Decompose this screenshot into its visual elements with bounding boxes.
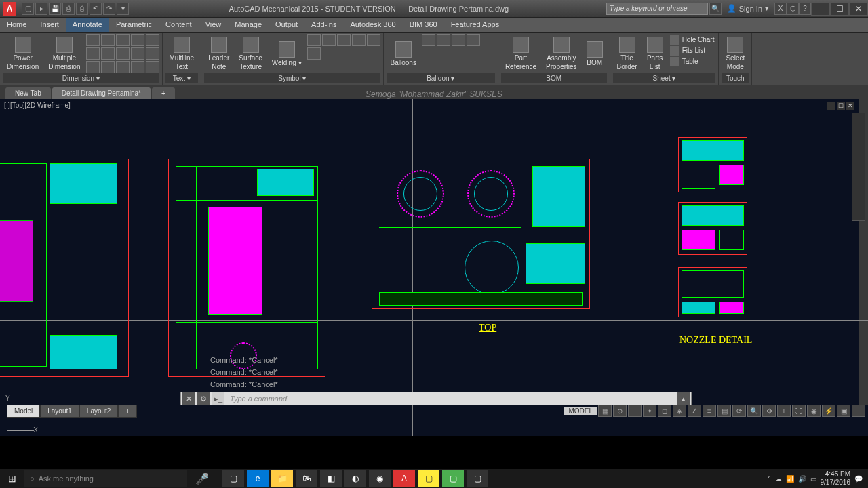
vp-min-icon[interactable]: —: [827, 102, 835, 110]
qat-undo-icon[interactable]: ↶: [90, 3, 102, 15]
panel-title[interactable]: Text ▾: [165, 73, 199, 83]
layout-tab-layout1[interactable]: Layout1: [40, 405, 79, 418]
ribbon-bom[interactable]: BOM: [583, 34, 607, 73]
ribbon-small-btn[interactable]: [101, 47, 115, 60]
qat-save-icon[interactable]: 💾: [49, 3, 61, 15]
close-button[interactable]: ✕: [849, 2, 868, 16]
panel-title[interactable]: Dimension ▾: [3, 73, 159, 83]
ribbon-small-btn[interactable]: [101, 61, 115, 73]
thumb-2[interactable]: [678, 202, 747, 255]
exchange-icon[interactable]: X: [774, 3, 787, 15]
mic-icon[interactable]: 🎤: [195, 472, 209, 485]
panel-title[interactable]: Touch: [722, 73, 749, 83]
sb-grid-icon[interactable]: ▦: [598, 405, 612, 417]
sb-transparency-icon[interactable]: ▤: [717, 405, 731, 417]
sb-ortho-icon[interactable]: ∟: [628, 405, 642, 417]
sb-isolate-icon[interactable]: ◉: [807, 405, 821, 417]
ribbon-power-dimension[interactable]: PowerDimension: [3, 34, 43, 73]
vp-close-icon[interactable]: ✕: [846, 102, 854, 110]
signin-dropdown-icon[interactable]: ▾: [765, 4, 769, 13]
menu-manage[interactable]: Manage: [228, 18, 269, 32]
qat-new-icon[interactable]: ▢: [22, 3, 34, 15]
ribbon-part-reference[interactable]: PartReference: [501, 34, 540, 73]
ribbon-small-btn[interactable]: [322, 34, 336, 46]
layout-tab-model[interactable]: Model: [7, 405, 40, 418]
ribbon-small-btn[interactable]: [101, 34, 115, 46]
tray-up-icon[interactable]: ˄: [768, 475, 771, 483]
clock[interactable]: 4:45 PM 9/17/2016: [821, 470, 851, 487]
sb-settings-icon[interactable]: ⚙: [762, 405, 776, 417]
sb-annoscale-icon[interactable]: 🔍: [747, 405, 761, 417]
ribbon-small-btn[interactable]: [437, 34, 450, 46]
help-search-input[interactable]: Type a keyword or phrase: [606, 3, 708, 15]
qat-more-icon[interactable]: ▾: [117, 3, 129, 15]
chrome-icon[interactable]: ◉: [369, 470, 391, 487]
autocad-icon[interactable]: A: [393, 470, 415, 487]
maximize-button[interactable]: ☐: [830, 2, 849, 16]
tray-network-icon[interactable]: 📶: [786, 475, 794, 483]
app3-icon[interactable]: ▢: [442, 470, 464, 487]
file-tab[interactable]: Detail Drawing Pertamina*: [52, 87, 151, 99]
menu-content[interactable]: Content: [159, 18, 199, 32]
drawing-sheet-1[interactable]: [0, 159, 129, 377]
cortana-search[interactable]: ○ Ask me anything: [24, 470, 187, 487]
ribbon-small-btn[interactable]: [467, 34, 480, 46]
qat-print-icon[interactable]: ⎙: [76, 3, 88, 15]
ribbon-small-btn[interactable]: [116, 47, 130, 60]
navigation-bar[interactable]: [852, 113, 865, 221]
sb-osnap-icon[interactable]: ◻: [658, 405, 671, 417]
ribbon-small-btn[interactable]: [307, 47, 321, 60]
drawing-sheet-2[interactable]: [168, 159, 326, 377]
cmd-expand-icon[interactable]: ▴: [677, 392, 690, 405]
ribbon-small-btn[interactable]: [367, 34, 380, 46]
drawing-sheet-top[interactable]: [372, 159, 590, 309]
panel-title[interactable]: BOM: [501, 73, 607, 83]
ribbon-multiple-dimension[interactable]: MultipleDimension: [44, 34, 84, 73]
notes-icon[interactable]: ▢: [418, 470, 439, 487]
ribbon-small-btn[interactable]: [86, 61, 100, 73]
qat-saveas-icon[interactable]: ⎙: [62, 3, 75, 15]
command-input[interactable]: Type a command: [226, 394, 676, 403]
tray-onedrive-icon[interactable]: ☁: [775, 475, 782, 483]
ribbon-small-btn[interactable]: [452, 34, 465, 46]
explorer-icon[interactable]: 📁: [271, 470, 293, 487]
edge-icon[interactable]: e: [247, 470, 269, 487]
ribbon-small-btn[interactable]: [86, 47, 100, 60]
sb-otrack-icon[interactable]: ∠: [688, 405, 701, 417]
ribbon-hole-chart[interactable]: Hole Chart: [670, 35, 715, 45]
search-go-icon[interactable]: 🔍: [709, 3, 722, 15]
ribbon-small-btn[interactable]: [422, 34, 435, 46]
app-menu-icon[interactable]: A: [3, 2, 16, 16]
vp-max-icon[interactable]: ☐: [837, 102, 845, 110]
menu-autodesk-360[interactable]: Autodesk 360: [343, 18, 402, 32]
panel-title[interactable]: Symbol ▾: [204, 73, 380, 83]
sb-lineweight-icon[interactable]: ≡: [703, 405, 716, 417]
store-icon[interactable]: 🛍: [296, 470, 317, 487]
sb-add-icon[interactable]: +: [777, 405, 791, 417]
notifications-icon[interactable]: 💬: [854, 475, 863, 483]
a360-icon[interactable]: ⬡: [787, 3, 799, 15]
menu-home[interactable]: Home: [0, 18, 33, 32]
ribbon-small-btn[interactable]: [116, 34, 130, 46]
qat-redo-icon[interactable]: ↷: [103, 3, 115, 15]
qat-open-icon[interactable]: ▸: [35, 3, 47, 15]
ribbon-assembly-properties[interactable]: AssemblyProperties: [542, 34, 581, 73]
panel-title[interactable]: Balloon ▾: [387, 73, 495, 83]
layout-tab-+[interactable]: +: [118, 405, 137, 418]
ribbon-small-btn[interactable]: [352, 34, 366, 46]
menu-parametric[interactable]: Parametric: [109, 18, 159, 32]
file-tab[interactable]: +: [152, 87, 175, 99]
ribbon-leader-note[interactable]: LeaderNote: [204, 34, 233, 73]
ribbon-small-btn[interactable]: [337, 34, 351, 46]
sb-custom-icon[interactable]: ☰: [852, 405, 865, 417]
help-icon[interactable]: ?: [799, 3, 811, 15]
command-line[interactable]: ✕ ⚙ ▸_ Type a command ▴: [180, 392, 692, 405]
file-tab[interactable]: New Tab: [5, 87, 51, 99]
thumb-1[interactable]: [678, 137, 747, 192]
cmd-close-icon[interactable]: ✕: [182, 392, 195, 405]
start-button[interactable]: ⊞: [0, 469, 24, 488]
sb-3dosnap-icon[interactable]: ◈: [673, 405, 686, 417]
sb-snap-icon[interactable]: ⊙: [613, 405, 627, 417]
viewport-label[interactable]: [-][Top][2D Wireframe]: [4, 102, 71, 109]
ribbon-welding-[interactable]: Welding ▾: [268, 34, 306, 73]
